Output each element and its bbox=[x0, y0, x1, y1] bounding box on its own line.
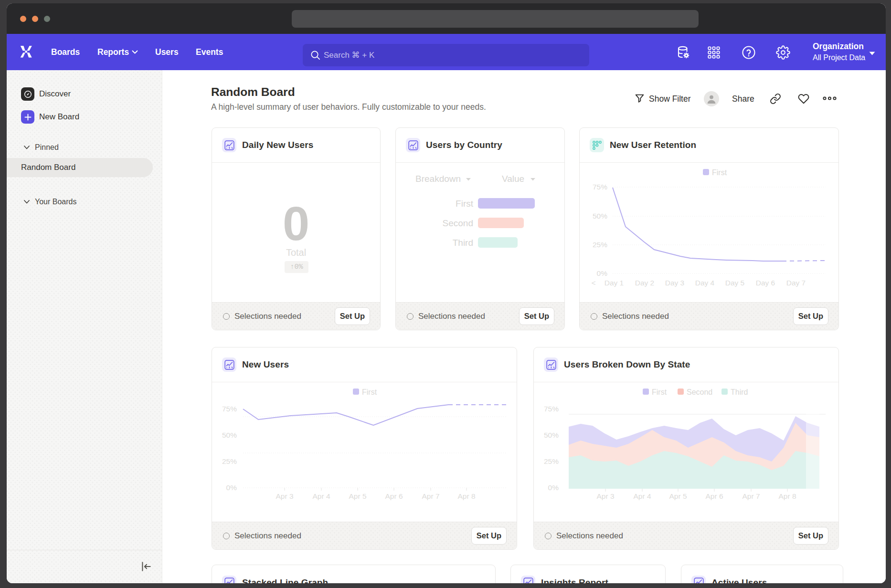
svg-text:25%: 25% bbox=[593, 241, 607, 249]
svg-text:Day 6: Day 6 bbox=[756, 279, 775, 287]
svg-text:Third: Third bbox=[731, 388, 748, 396]
svg-text:Apr 6: Apr 6 bbox=[385, 492, 403, 500]
svg-text:75%: 75% bbox=[593, 183, 607, 191]
svg-text:Apr 3: Apr 3 bbox=[276, 492, 293, 500]
svg-text:<: < bbox=[591, 279, 595, 287]
svg-text:Day 4: Day 4 bbox=[695, 279, 715, 287]
svg-text:Day 2: Day 2 bbox=[635, 279, 655, 287]
svg-text:50%: 50% bbox=[222, 431, 237, 439]
svg-text:First: First bbox=[712, 168, 727, 177]
svg-text:Apr 6: Apr 6 bbox=[705, 492, 723, 500]
svg-text:Apr 8: Apr 8 bbox=[778, 492, 796, 500]
svg-text:75%: 75% bbox=[222, 405, 237, 413]
svg-text:Day 1: Day 1 bbox=[605, 279, 624, 287]
svg-text:Apr 4: Apr 4 bbox=[312, 492, 330, 500]
svg-text:75%: 75% bbox=[544, 405, 559, 413]
svg-text:0%: 0% bbox=[226, 483, 237, 492]
svg-text:First: First bbox=[652, 388, 667, 396]
svg-text:Apr 8: Apr 8 bbox=[457, 492, 475, 500]
svg-text:25%: 25% bbox=[222, 457, 237, 465]
svg-text:50%: 50% bbox=[544, 431, 559, 439]
svg-text:0%: 0% bbox=[548, 483, 559, 492]
svg-text:Apr 5: Apr 5 bbox=[669, 492, 687, 500]
svg-text:Second: Second bbox=[687, 388, 712, 396]
svg-text:Day 3: Day 3 bbox=[665, 279, 685, 287]
svg-text:Day 5: Day 5 bbox=[725, 279, 745, 287]
svg-text:First: First bbox=[362, 388, 377, 396]
svg-text:50%: 50% bbox=[593, 212, 607, 220]
svg-text:Apr 7: Apr 7 bbox=[422, 492, 439, 500]
svg-text:Day 7: Day 7 bbox=[786, 279, 806, 287]
svg-text:Apr 7: Apr 7 bbox=[742, 492, 760, 500]
svg-text:Apr 5: Apr 5 bbox=[349, 492, 366, 500]
svg-text:0%: 0% bbox=[597, 269, 608, 277]
svg-text:Apr 3: Apr 3 bbox=[596, 492, 614, 500]
svg-text:25%: 25% bbox=[544, 457, 559, 465]
svg-text:Apr 4: Apr 4 bbox=[633, 492, 651, 500]
